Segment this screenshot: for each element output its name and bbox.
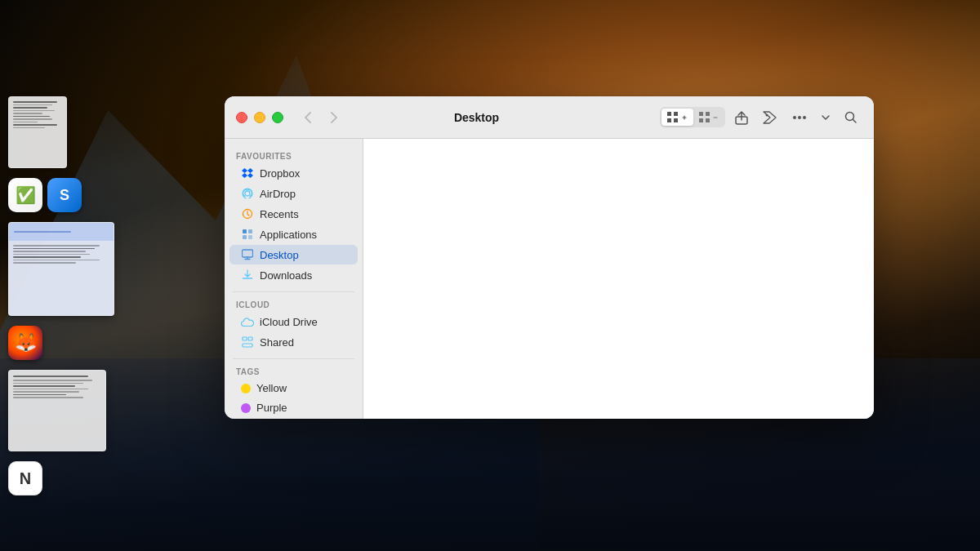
thumbnail-2[interactable] xyxy=(8,222,114,316)
sidebar-item-desktop[interactable]: Desktop xyxy=(229,245,358,264)
desktop-label: Desktop xyxy=(260,249,299,261)
svg-rect-5 xyxy=(706,112,710,116)
sidebar-header-tags: Tags xyxy=(225,364,363,378)
dropbox-icon xyxy=(241,167,254,180)
svg-rect-1 xyxy=(674,112,678,116)
chevron-down-button[interactable] xyxy=(817,111,835,124)
yellow-label: Yellow xyxy=(256,382,287,394)
svg-rect-6 xyxy=(699,118,703,122)
airdrop-label: AirDrop xyxy=(260,188,296,200)
sidebar-item-icloud-drive[interactable]: iCloud Drive xyxy=(229,312,358,331)
share-button[interactable] xyxy=(730,107,753,128)
window-title: Desktop xyxy=(293,111,660,124)
firefox-icon-row: 🦊 xyxy=(8,326,114,360)
sidebar-item-downloads[interactable]: Downloads xyxy=(229,265,358,285)
sidebar-item-tag-important[interactable]: Important xyxy=(229,418,358,419)
svg-rect-19 xyxy=(248,235,252,239)
svg-point-11 xyxy=(798,116,801,119)
sidebar-section-tags: Tags Yellow Purple Important xyxy=(225,364,363,419)
downloads-icon xyxy=(241,269,254,282)
svg-rect-18 xyxy=(243,235,247,239)
sidebar-divider-2 xyxy=(233,358,354,359)
svg-rect-2 xyxy=(667,118,671,122)
svg-rect-22 xyxy=(248,337,252,340)
more-button[interactable] xyxy=(787,112,812,123)
sidebar-item-tag-yellow[interactable]: Yellow xyxy=(229,379,358,398)
notion-app-icon[interactable]: N xyxy=(8,461,42,495)
sidebar-section-icloud: iCloud iCloud Drive xyxy=(225,297,363,352)
shared-label: Shared xyxy=(260,336,294,349)
applications-icon xyxy=(241,228,254,241)
svg-rect-21 xyxy=(243,337,247,340)
tasks-app-icon[interactable]: ✅ xyxy=(8,178,42,212)
close-button[interactable] xyxy=(236,112,247,123)
svg-rect-23 xyxy=(243,344,252,347)
svg-rect-7 xyxy=(706,118,710,122)
sidebar-header-icloud: iCloud xyxy=(225,297,363,311)
yellow-tag-dot xyxy=(241,384,251,393)
dropbox-label: Dropbox xyxy=(260,167,300,180)
icloud-drive-label: iCloud Drive xyxy=(260,316,318,328)
tag-button[interactable] xyxy=(758,108,782,127)
traffic-lights xyxy=(236,112,283,123)
svg-point-14 xyxy=(245,191,250,196)
gallery-view-button[interactable] xyxy=(693,109,724,126)
recents-label: Recents xyxy=(260,208,299,220)
sidebar-divider-1 xyxy=(233,291,354,292)
desktop-thumbnails: ✅ S 🦊 N xyxy=(8,96,114,495)
recents-icon xyxy=(241,207,254,220)
maximize-button[interactable] xyxy=(272,112,283,123)
minimize-button[interactable] xyxy=(254,112,265,123)
finder-body: Favourites Dropbox xyxy=(225,139,874,419)
desktop-icon xyxy=(241,248,254,261)
app-icons-row: ✅ S xyxy=(8,178,114,212)
svg-rect-0 xyxy=(667,112,671,116)
sidebar-item-airdrop[interactable]: AirDrop xyxy=(229,184,358,203)
sidebar-section-favourites: Favourites Dropbox xyxy=(225,149,363,285)
sidebar-item-applications[interactable]: Applications xyxy=(229,224,358,244)
swift-app-icon[interactable]: S xyxy=(47,178,82,212)
icloud-drive-icon xyxy=(241,315,254,328)
sidebar-item-dropbox[interactable]: Dropbox xyxy=(229,163,358,183)
finder-window: Desktop xyxy=(225,96,874,419)
airdrop-icon xyxy=(241,187,254,200)
sidebar-header-favourites: Favourites xyxy=(225,149,363,162)
sidebar-item-recents[interactable]: Recents xyxy=(229,204,358,224)
svg-rect-16 xyxy=(243,229,247,233)
applications-label: Applications xyxy=(260,229,317,241)
toolbar-actions xyxy=(660,107,862,128)
thumbnail-3[interactable] xyxy=(8,370,106,451)
purple-tag-dot xyxy=(241,403,251,413)
sidebar-item-shared[interactable]: Shared xyxy=(229,332,358,352)
shared-icon xyxy=(241,335,254,349)
sidebar: Favourites Dropbox xyxy=(225,139,363,419)
thumbnail-1[interactable] xyxy=(8,96,67,168)
svg-point-9 xyxy=(766,113,768,116)
svg-rect-17 xyxy=(248,229,252,233)
main-content-area[interactable] xyxy=(363,139,874,419)
sidebar-item-tag-purple[interactable]: Purple xyxy=(229,398,358,417)
purple-label: Purple xyxy=(256,402,287,414)
icon-view-button[interactable] xyxy=(662,109,693,126)
svg-point-10 xyxy=(793,116,796,119)
title-bar: Desktop xyxy=(225,96,874,139)
svg-point-12 xyxy=(803,116,806,119)
svg-rect-20 xyxy=(243,250,253,257)
downloads-label: Downloads xyxy=(260,269,312,282)
search-button[interactable] xyxy=(840,108,862,127)
svg-rect-3 xyxy=(674,118,678,122)
firefox-app-icon[interactable]: 🦊 xyxy=(8,326,42,360)
view-button-group xyxy=(660,107,725,127)
svg-rect-4 xyxy=(699,112,703,116)
